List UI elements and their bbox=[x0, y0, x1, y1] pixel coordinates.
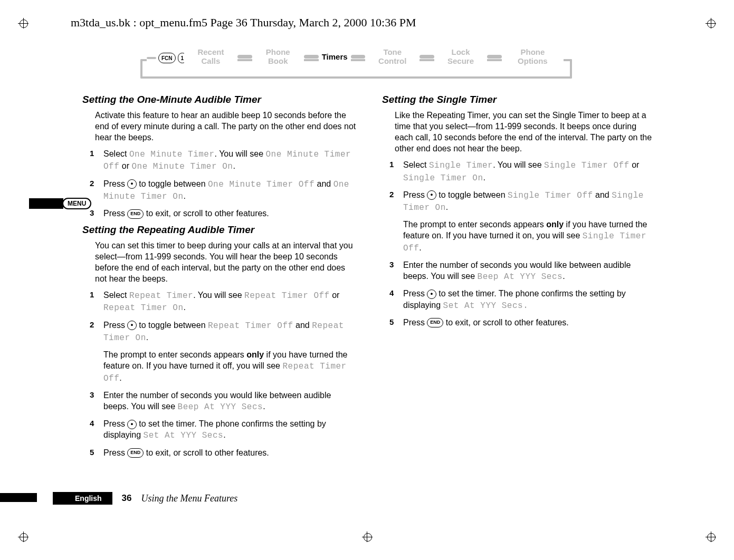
crop-mark-icon bbox=[706, 18, 716, 28]
smart-key-icon: ● bbox=[127, 321, 136, 330]
lcd-text: Single Timer Off bbox=[544, 161, 630, 170]
footer-page-number: 36 bbox=[122, 493, 132, 504]
nav-separator-icon bbox=[351, 55, 366, 59]
lcd-text: Single Timer On bbox=[403, 173, 483, 183]
running-header: m3tda_us.bk : opt_menu.fm5 Page 36 Thurs… bbox=[71, 16, 416, 30]
lcd-text: One Minute Timer Off bbox=[208, 180, 314, 189]
heading-repeat-timer: Setting the Repeating Audible Timer bbox=[82, 224, 357, 236]
nav-separator-icon bbox=[304, 55, 319, 59]
list-item: 5Press END to exit, or scroll to other f… bbox=[389, 317, 656, 328]
crop-mark-icon bbox=[18, 18, 28, 28]
crop-mark-icon bbox=[18, 532, 28, 542]
end-key-icon: END bbox=[127, 448, 144, 458]
nav-separator-icon bbox=[487, 55, 502, 59]
lcd-text: Repeat Timer bbox=[129, 291, 193, 301]
list-item: 5Press END to exit, or scroll to other f… bbox=[90, 447, 357, 458]
lcd-text: Beep At YYY Secs bbox=[178, 402, 263, 412]
right-column: Setting the Single Timer Like the Repeat… bbox=[382, 94, 656, 464]
lcd-text: Single Timer Off bbox=[508, 191, 593, 200]
nav-item: Phone Options bbox=[502, 47, 564, 66]
list-item: 4Press ● to set the timer. The phone con… bbox=[389, 288, 656, 311]
list-item: 2Press ● to toggle between One Minute Ti… bbox=[90, 178, 357, 202]
smart-key-icon: ● bbox=[127, 179, 136, 189]
smart-key-icon: ● bbox=[127, 420, 136, 429]
heading-single-timer: Setting the Single Timer bbox=[382, 94, 656, 105]
lcd-text: Set At YYY Secs. bbox=[443, 301, 529, 311]
crop-mark-icon bbox=[362, 532, 373, 542]
lcd-text: Set At YYY Secs bbox=[144, 431, 224, 440]
page-footer: English 36 Using the Menu Features bbox=[53, 492, 237, 505]
list-item: 3Press END to exit, or scroll to other f… bbox=[90, 208, 357, 219]
lcd-text: Repeat Timer Off bbox=[244, 291, 330, 301]
intro-paragraph: You can set this timer to beep during yo… bbox=[95, 240, 357, 284]
end-key-icon: END bbox=[127, 209, 144, 219]
left-column: Setting the One-Minute Audible Timer Act… bbox=[82, 94, 357, 464]
crop-mark-icon bbox=[706, 532, 716, 542]
footer-language: English bbox=[53, 492, 112, 505]
lcd-text: One Minute Timer On bbox=[131, 162, 233, 171]
list-item: 1Select Single Timer. You will see Singl… bbox=[389, 159, 656, 184]
lcd-text: Repeat Timer Off bbox=[208, 321, 293, 331]
nav-item: Tone Control bbox=[365, 47, 420, 66]
aux-note: The prompt to enter seconds appears only… bbox=[403, 219, 656, 254]
end-key-icon: END bbox=[427, 318, 443, 327]
breadcrumb-nav: FCN 1 Recent Calls Phone Book Timers Ton… bbox=[142, 47, 565, 92]
lcd-text: Repeat Timer On bbox=[103, 303, 184, 313]
intro-paragraph: Activate this feature to hear an audible… bbox=[95, 110, 357, 143]
lcd-text: One Minute Timer bbox=[129, 150, 215, 159]
nav-separator-icon bbox=[237, 55, 252, 59]
aux-note: The prompt to enter seconds appears only… bbox=[103, 349, 357, 384]
nav-item: Recent Calls bbox=[184, 47, 237, 66]
list-item: 3Enter the number of seconds you would l… bbox=[90, 390, 357, 413]
nav-item: Lock Secure bbox=[434, 47, 487, 66]
smart-key-icon: ● bbox=[427, 190, 436, 200]
nav-item: Phone Book bbox=[252, 47, 304, 66]
list-item: 4Press ● to set the timer. The phone con… bbox=[90, 418, 357, 441]
nav-item-active: Timers bbox=[319, 52, 351, 61]
list-item: 1Select One Minute Timer. You will see O… bbox=[90, 148, 357, 172]
nav-separator-icon bbox=[420, 55, 434, 59]
list-item: 1Select Repeat Timer. You will see Repea… bbox=[90, 289, 357, 314]
heading-one-minute-timer: Setting the One-Minute Audible Timer bbox=[82, 94, 357, 105]
list-item: 2Press ● to toggle between Single Timer … bbox=[389, 189, 656, 214]
footer-page-title: Using the Menu Features bbox=[141, 493, 237, 504]
list-item: 2Press ● to toggle between Repeat Timer … bbox=[90, 320, 357, 344]
lcd-text: Beep At YYY Secs bbox=[478, 272, 563, 282]
list-item: 3Enter the number of seconds you would l… bbox=[389, 259, 656, 283]
intro-paragraph: Like the Repeating Timer, you can set th… bbox=[395, 110, 656, 154]
smart-key-icon: ● bbox=[427, 289, 436, 299]
lcd-text: Single Timer bbox=[429, 161, 493, 170]
